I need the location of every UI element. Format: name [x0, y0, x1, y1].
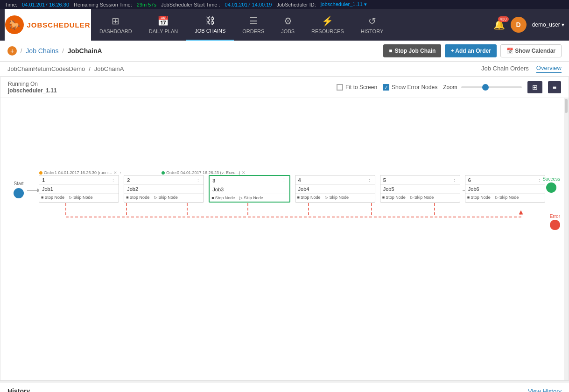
breadcrumb-job-chains[interactable]: Job Chains [26, 47, 58, 55]
job-nodes-row: 1 ⋮ Job1 ■ Stop Node ▷ Skip Node [39, 175, 545, 203]
scheduler-time: 04.01.2017 14:00:19 [225, 2, 272, 7]
nav-history-label: HISTORY [361, 28, 384, 34]
job-2-name: Job2 [124, 185, 204, 193]
zoom-slider[interactable] [461, 86, 522, 88]
job-5-stop[interactable]: ■ Stop Node [382, 195, 406, 200]
home-button[interactable]: + [7, 46, 17, 56]
nav-jobs-label: JOBS [281, 28, 295, 34]
job-6-actions: ■ Stop Node ▷ Skip Node [465, 193, 545, 201]
job-5-menu[interactable]: ⋮ [452, 177, 457, 183]
job-node-6: 6 ⋮ Job6 ■ Stop Node ▷ Skip Node [465, 175, 545, 203]
toolbar-right: Fit to Screen Show Error Nodes Zoom ⊞ ≡ [337, 81, 561, 93]
nav-dashboard[interactable]: ⊞ DASHBOARD [91, 9, 140, 41]
stop-node-3-label: Stop Node [215, 196, 235, 200]
zoom-area: Zoom [443, 84, 522, 91]
job-5-skip[interactable]: ▷ Skip Node [410, 195, 434, 200]
nav-resources[interactable]: ⚡ RESOURCES [303, 9, 352, 41]
tab-overview[interactable]: Overview [536, 64, 562, 73]
skip-tri-1: ▷ [69, 195, 72, 200]
job-1-num: 1 [42, 177, 45, 183]
fit-to-screen-checkbox[interactable]: Fit to Screen [337, 84, 377, 91]
nav-orders[interactable]: ☰ ORDERS [234, 9, 273, 41]
job-2-actions: ■ Stop Node ▷ Skip Node [124, 193, 204, 201]
sub-breadcrumb: JobChainReturnCodesDemo / JobChainA Job … [0, 62, 569, 77]
history-header: History View History [7, 387, 562, 392]
success-label: Success [542, 176, 560, 182]
job-3-stop[interactable]: ■ Stop Node [211, 196, 235, 200]
view-history-link[interactable]: View History [528, 388, 562, 392]
error-checkbox-box [383, 84, 389, 91]
stop-node-2-label: Stop Node [130, 195, 150, 200]
orders-icon: ☰ [249, 15, 258, 27]
job-5-num: 5 [383, 177, 386, 183]
time-label: Time: [5, 2, 17, 7]
job-1-menu[interactable]: ⋮ [111, 177, 116, 183]
list-view-button[interactable]: ≡ [548, 81, 561, 93]
job-4-skip[interactable]: ▷ Skip Node [325, 195, 349, 200]
tab-job-chain-orders[interactable]: Job Chain Orders [481, 65, 529, 73]
order-1-text: Order1 04.01.2017 16:26:30 (runni... [44, 170, 112, 175]
session-value: 29m 57s [137, 2, 156, 7]
job-3-actions: ■ Stop Node ▷ Skip Node [210, 194, 289, 202]
job-1-stop[interactable]: ■ Stop Node [41, 195, 64, 200]
success-circle [546, 182, 556, 193]
job-node-2-header: 2 ⋮ [124, 175, 204, 185]
scheduler-label: JobScheduler Start Time : [161, 2, 220, 7]
stop-node-6-label: Stop Node [471, 195, 491, 200]
nav-items: ⊞ DASHBOARD 📅 DAILY PLAN ⛓ JOB CHAINS ☰ … [91, 9, 493, 41]
job-3-menu[interactable]: ⋮ [281, 177, 287, 183]
nav-right: 🔔 430 D demo_user ▾ [493, 17, 564, 33]
sub-sep: / [89, 65, 91, 72]
job-4-actions: ■ Stop Node ▷ Skip Node [295, 193, 375, 201]
nav-daily-plan[interactable]: 📅 DAILY PLAN [140, 9, 187, 41]
id-value[interactable]: jobscheduler_1.11 ▾ [321, 1, 367, 7]
running-on-info: Running On jobscheduler_1.11 [8, 81, 57, 94]
start-circle [14, 188, 24, 198]
breadcrumb-bar: + / Job Chains / JobChainA ■ Stop Job Ch… [0, 41, 569, 62]
job-3-skip[interactable]: ▷ Skip Node [239, 196, 263, 200]
job-6-skip[interactable]: ▷ Skip Node [495, 195, 519, 200]
order-dot-green [162, 171, 165, 175]
add-order-button[interactable]: + Add an Order [445, 44, 497, 57]
stop-sq-4: ■ [297, 195, 300, 200]
show-calendar-button[interactable]: 📅 Show Calendar [500, 44, 562, 57]
logo-area: 🐎 JOBSCHEDULER [5, 9, 91, 41]
job-node-1-header: 1 ⋮ [39, 175, 119, 185]
job-2-menu[interactable]: ⋮ [196, 177, 201, 183]
jobs-icon: ⚙ [284, 15, 292, 27]
stop-node-4-label: Stop Node [301, 195, 321, 200]
stop-sq-5: ■ [382, 195, 385, 200]
scroll-thumb[interactable] [565, 99, 568, 113]
resources-icon: ⚡ [322, 15, 333, 27]
time-value: 04.01.2017 16:26:30 [22, 2, 69, 7]
nav-job-chains[interactable]: ⛓ JOB CHAINS [186, 9, 234, 41]
user-name[interactable]: demo_user ▾ [532, 21, 564, 28]
show-error-nodes-checkbox[interactable]: Show Error Nodes [383, 84, 437, 91]
job-6-stop[interactable]: ■ Stop Node [467, 195, 491, 200]
diagram-toolbar: Running On jobscheduler_1.11 Fit to Scre… [0, 77, 569, 98]
job-node-6-header: 6 ⋮ [465, 175, 545, 185]
nav-history[interactable]: ↺ HISTORY [352, 9, 392, 41]
job-4-menu[interactable]: ⋮ [367, 177, 372, 183]
sub-tabs: Job Chain Orders Overview [481, 64, 562, 73]
stop-node-5-label: Stop Node [386, 195, 406, 200]
history-title: History [7, 387, 30, 392]
stop-job-chain-button[interactable]: ■ Stop Job Chain [383, 44, 441, 57]
nav-jobs[interactable]: ⚙ JOBS [273, 9, 303, 41]
job-2-skip[interactable]: ▷ Skip Node [154, 195, 178, 200]
fit-checkbox-box [337, 84, 343, 91]
job-6-menu[interactable]: ⋮ [537, 177, 542, 183]
job-4-stop[interactable]: ■ Stop Node [297, 195, 321, 200]
success-node: Success [542, 176, 560, 193]
sub-breadcrumb-left: JobChainReturnCodesDemo / JobChainA [7, 65, 124, 72]
nav-orders-label: ORDERS [242, 28, 264, 34]
job-2-stop[interactable]: ■ Stop Node [126, 195, 149, 200]
sub-current: JobChainA [94, 65, 124, 72]
job-node-3: 3 ⋮ Job3 ■ Stop Node ▷ Skip Node [209, 175, 290, 203]
diagram-view-button[interactable]: ⊞ [527, 81, 542, 93]
job-1-name: Job1 [39, 185, 119, 193]
skip-tri-4: ▷ [325, 195, 328, 200]
running-on-label: Running On [8, 81, 57, 87]
notifications[interactable]: 🔔 430 [493, 19, 505, 30]
job-1-skip[interactable]: ▷ Skip Node [69, 195, 93, 200]
